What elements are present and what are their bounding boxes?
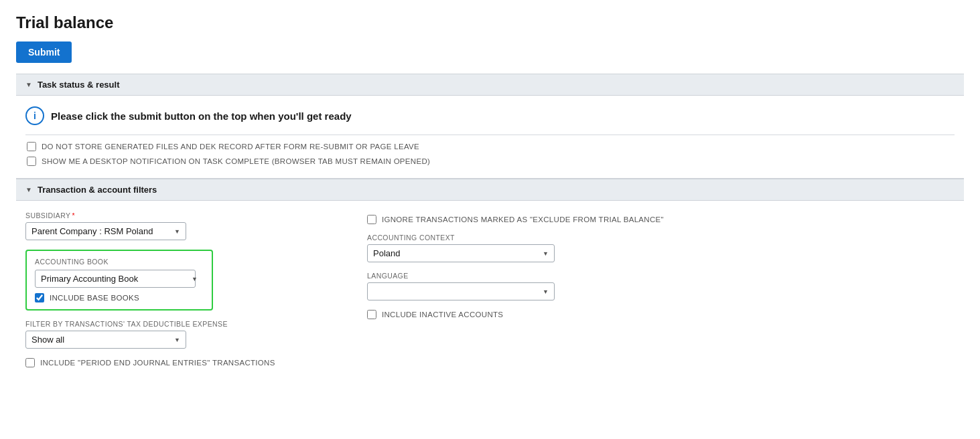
- subsidiary-label: SUBSIDIARY*: [25, 211, 327, 220]
- submit-button[interactable]: Submit: [16, 41, 72, 63]
- dont-store-row: DO NOT STORE GENERATED FILES AND DEK REC…: [27, 142, 955, 151]
- language-select-wrapper: [367, 282, 555, 300]
- subsidiary-required: *: [72, 211, 75, 220]
- accounting-book-select-wrapper: Primary Accounting Book: [35, 270, 204, 288]
- filters-left-col: SUBSIDIARY* Parent Company : RSM Poland …: [25, 211, 327, 367]
- ignore-transactions-label: IGNORE TRANSACTIONS MARKED AS "EXCLUDE F…: [382, 214, 664, 226]
- subsidiary-select[interactable]: Parent Company : RSM Poland: [25, 222, 186, 240]
- info-message-row: i Please click the submit button on the …: [25, 106, 955, 125]
- desktop-notification-label: SHOW ME A DESKTOP NOTIFICATION ON TASK C…: [42, 157, 430, 165]
- tax-filter-field: FILTER BY TRANSACTIONS' TAX DEDUCTIBLE E…: [25, 320, 327, 349]
- period-end-checkbox[interactable]: [25, 358, 35, 367]
- accounting-context-field: ACCOUNTING CONTEXT Poland: [367, 234, 955, 262]
- language-select[interactable]: [367, 282, 555, 300]
- info-icon: i: [25, 106, 44, 125]
- filters-chevron-icon: ▼: [25, 186, 32, 193]
- page-title: Trial balance: [16, 13, 964, 32]
- include-base-books-checkbox[interactable]: [35, 293, 44, 302]
- ignore-transactions-checkbox[interactable]: [367, 215, 376, 224]
- task-chevron-icon: ▼: [25, 81, 32, 88]
- subsidiary-select-wrapper: Parent Company : RSM Poland: [25, 222, 186, 240]
- accounting-book-select[interactable]: Primary Accounting Book: [35, 270, 196, 288]
- dont-store-checkbox[interactable]: [27, 142, 36, 151]
- info-message-text: Please click the submit button on the to…: [51, 110, 352, 122]
- accounting-context-select-wrapper: Poland: [367, 244, 555, 262]
- desktop-notification-checkbox[interactable]: [27, 157, 36, 166]
- filters-right-col: IGNORE TRANSACTIONS MARKED AS "EXCLUDE F…: [367, 211, 955, 367]
- accounting-book-box: ACCOUNTING BOOK Primary Accounting Book …: [25, 250, 213, 311]
- task-section-title: Task status & result: [38, 80, 120, 90]
- include-base-books-label: INCLUDE BASE BOOKS: [50, 294, 139, 302]
- period-end-row: INCLUDE "PERIOD END JOURNAL ENTRIES" TRA…: [25, 358, 327, 367]
- language-field: LANGUAGE: [367, 272, 955, 300]
- filters-section-content: SUBSIDIARY* Parent Company : RSM Poland …: [16, 201, 964, 377]
- filters-section-title: Transaction & account filters: [38, 185, 157, 195]
- include-inactive-checkbox[interactable]: [367, 310, 376, 319]
- dont-store-label: DO NOT STORE GENERATED FILES AND DEK REC…: [42, 143, 419, 151]
- desktop-notification-row: SHOW ME A DESKTOP NOTIFICATION ON TASK C…: [27, 157, 955, 166]
- language-label: LANGUAGE: [367, 272, 955, 280]
- accounting-context-label: ACCOUNTING CONTEXT: [367, 234, 955, 242]
- task-section-content: i Please click the submit button on the …: [16, 96, 964, 179]
- filters-section-header[interactable]: ▼ Transaction & account filters: [16, 179, 964, 201]
- include-inactive-label: INCLUDE INACTIVE ACCOUNTS: [382, 311, 503, 319]
- filters-grid: SUBSIDIARY* Parent Company : RSM Poland …: [25, 211, 955, 367]
- ignore-transactions-row: IGNORE TRANSACTIONS MARKED AS "EXCLUDE F…: [367, 214, 955, 226]
- include-inactive-row: INCLUDE INACTIVE ACCOUNTS: [367, 310, 955, 319]
- include-base-books-row: INCLUDE BASE BOOKS: [35, 293, 204, 302]
- task-section-header[interactable]: ▼ Task status & result: [16, 74, 964, 96]
- accounting-book-label: ACCOUNTING BOOK: [35, 258, 204, 266]
- info-divider: [25, 135, 955, 135]
- subsidiary-field: SUBSIDIARY* Parent Company : RSM Poland: [25, 211, 327, 240]
- period-end-label: INCLUDE "PERIOD END JOURNAL ENTRIES" TRA…: [40, 359, 275, 367]
- tax-filter-label: FILTER BY TRANSACTIONS' TAX DEDUCTIBLE E…: [25, 320, 327, 328]
- tax-filter-select[interactable]: Show all: [25, 331, 186, 349]
- tax-filter-select-wrapper: Show all: [25, 331, 186, 349]
- accounting-context-select[interactable]: Poland: [367, 244, 555, 262]
